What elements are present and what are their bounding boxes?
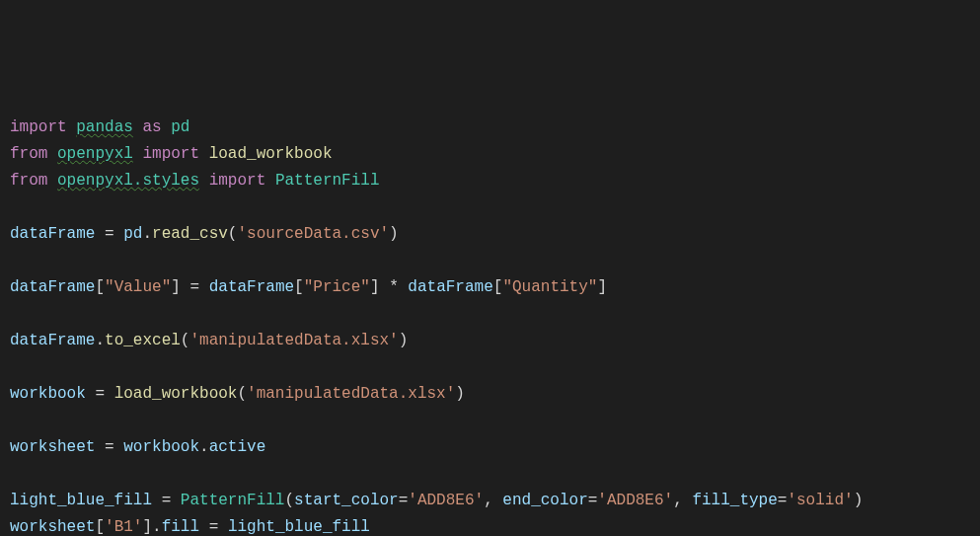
- cls-patternfill: PatternFill: [181, 492, 285, 509]
- module-openpyxl: openpyxl: [57, 145, 133, 163]
- code-line-16: worksheet['B1'].fill = light_blue_fill: [10, 514, 970, 536]
- var-light-blue-fill: light_blue_fill: [10, 492, 152, 509]
- blank-line: [10, 354, 970, 381]
- name-patternfill: PatternFill: [275, 172, 380, 190]
- blank-line: [10, 461, 970, 488]
- module-openpyxl-styles: openpyxl.styles: [57, 172, 199, 190]
- fn-read-csv: read_csv: [152, 225, 228, 243]
- blank-line: [10, 194, 970, 221]
- var-worksheet: worksheet: [10, 438, 95, 456]
- code-line-11: workbook = load_workbook('manipulatedDat…: [10, 381, 970, 408]
- str-source-csv: 'sourceData.csv': [237, 225, 389, 243]
- fn-to-excel: to_excel: [105, 332, 181, 349]
- var-workbook: workbook: [10, 385, 86, 403]
- code-line-3: from openpyxl.styles import PatternFill: [10, 168, 970, 194]
- code-line-2: from openpyxl import load_workbook: [10, 141, 970, 168]
- keyword-import: import: [209, 172, 266, 190]
- keyword-as: as: [142, 118, 161, 136]
- keyword-from: from: [10, 145, 47, 163]
- code-line-7: dataFrame["Value"] = dataFrame["Price"] …: [10, 274, 970, 301]
- code-editor[interactable]: import pandas as pdfrom openpyxl import …: [10, 115, 970, 536]
- code-line-15: light_blue_fill = PatternFill(start_colo…: [10, 488, 970, 514]
- code-line-9: dataFrame.to_excel('manipulatedData.xlsx…: [10, 328, 970, 354]
- keyword-import: import: [142, 145, 199, 163]
- module-pandas: pandas: [76, 118, 133, 136]
- keyword-from: from: [10, 172, 47, 190]
- alias-pd: pd: [171, 118, 189, 136]
- blank-line: [10, 301, 970, 328]
- code-line-5: dataFrame = pd.read_csv('sourceData.csv'…: [10, 221, 970, 248]
- code-line-13: worksheet = workbook.active: [10, 434, 970, 461]
- blank-line: [10, 248, 970, 274]
- code-line-1: import pandas as pd: [10, 115, 970, 141]
- blank-line: [10, 408, 970, 434]
- keyword-import: import: [10, 118, 67, 136]
- var-dataframe: dataFrame: [10, 225, 95, 243]
- name-load-workbook: load_workbook: [209, 145, 333, 163]
